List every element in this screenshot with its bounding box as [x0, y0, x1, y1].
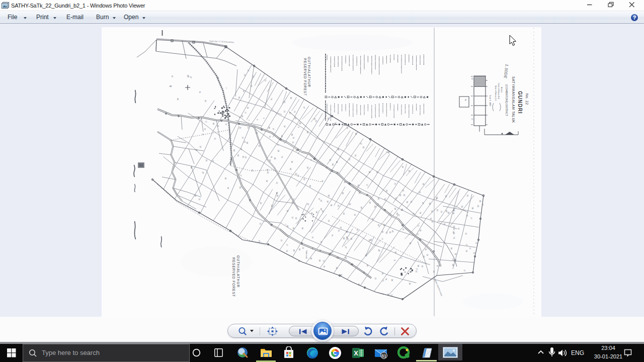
svg-text:34: 34	[319, 249, 321, 251]
svg-text:40: 40	[378, 249, 380, 251]
svg-text:14: 14	[354, 214, 356, 216]
svg-text:22: 22	[247, 69, 249, 71]
svg-text:64: 64	[320, 208, 322, 210]
svg-text:91: 91	[247, 127, 249, 129]
svg-text:32: 32	[436, 265, 438, 267]
svg-text:34: 34	[450, 247, 452, 249]
svg-text:14: 14	[243, 90, 245, 92]
svg-text:25: 25	[280, 239, 282, 241]
svg-text:32: 32	[283, 101, 285, 103]
svg-text:16: 16	[286, 250, 288, 252]
svg-text:76: 76	[270, 98, 272, 100]
svg-text:44: 44	[268, 127, 270, 129]
svg-text:90: 90	[190, 166, 192, 168]
svg-text:35: 35	[389, 231, 391, 233]
svg-text:60: 60	[233, 149, 235, 151]
svg-text:43: 43	[294, 117, 296, 119]
svg-text:23: 23	[452, 258, 454, 260]
svg-text:58: 58	[194, 195, 196, 197]
svg-text:73: 73	[292, 198, 294, 200]
svg-text:13: 13	[386, 151, 388, 153]
svg-text:32: 32	[430, 218, 432, 220]
svg-text:53: 53	[307, 203, 309, 205]
svg-text:74: 74	[402, 228, 404, 230]
svg-text:49: 49	[391, 230, 393, 232]
svg-text:?: ?	[633, 15, 636, 21]
svg-text:51: 51	[259, 223, 261, 225]
svg-text:71: 71	[382, 280, 384, 282]
svg-text:81: 81	[381, 353, 386, 358]
svg-text:71: 71	[417, 225, 419, 227]
svg-text:65: 65	[453, 226, 455, 228]
svg-text:43: 43	[403, 194, 405, 196]
svg-text:86: 86	[417, 265, 419, 267]
svg-text:RESERVED FOREST: RESERVED FOREST	[303, 58, 307, 96]
svg-text:36: 36	[452, 212, 454, 214]
svg-text:71: 71	[481, 204, 484, 206]
svg-text:26: 26	[466, 195, 468, 197]
svg-text:50: 50	[328, 195, 330, 197]
svg-text:39: 39	[321, 210, 324, 212]
svg-text:9: 9	[256, 119, 258, 120]
svg-text:80: 80	[471, 78, 473, 80]
svg-text:9: 9	[310, 159, 312, 160]
svg-text:23: 23	[244, 141, 246, 143]
svg-text:60: 60	[429, 203, 431, 205]
svg-text:89: 89	[445, 210, 447, 212]
svg-text:97: 97	[269, 159, 271, 161]
svg-text:42: 42	[402, 190, 404, 192]
svg-text:78: 78	[270, 156, 272, 158]
svg-text:78: 78	[385, 278, 387, 280]
svg-text:39: 39	[250, 85, 252, 87]
svg-text:82: 82	[313, 118, 315, 120]
svg-text:82: 82	[377, 224, 379, 226]
svg-text:44: 44	[387, 294, 389, 296]
svg-text:20: 20	[383, 224, 385, 226]
svg-text:63: 63	[365, 254, 367, 256]
svg-text:96: 96	[238, 97, 240, 99]
svg-text:76: 76	[435, 198, 437, 200]
svg-text:56: 56	[329, 159, 331, 161]
svg-text:18: 18	[256, 132, 258, 134]
svg-text:3: 3	[263, 118, 265, 119]
svg-text:73: 73	[331, 251, 333, 253]
svg-text:10: 10	[306, 166, 308, 168]
svg-text:30: 30	[454, 259, 456, 261]
svg-text:40: 40	[293, 249, 295, 251]
svg-text:7: 7	[248, 120, 250, 121]
svg-text:91: 91	[338, 230, 340, 232]
svg-text:X: X	[354, 349, 358, 357]
svg-text:83: 83	[362, 146, 364, 148]
svg-text:18: 18	[371, 218, 373, 220]
svg-text:80: 80	[343, 237, 345, 239]
svg-text:65: 65	[251, 169, 253, 171]
svg-text:64: 64	[363, 272, 365, 274]
svg-text:10: 10	[286, 210, 288, 212]
svg-text:58: 58	[342, 192, 344, 194]
svg-text:92: 92	[431, 221, 433, 223]
svg-text:89: 89	[224, 177, 226, 179]
svg-text:22: 22	[463, 269, 465, 272]
svg-text:17: 17	[416, 268, 418, 270]
svg-text:4: 4	[346, 253, 348, 254]
svg-text:70: 70	[283, 125, 285, 127]
svg-text:78: 78	[321, 180, 323, 182]
svg-text:48: 48	[177, 98, 179, 100]
svg-text:70: 70	[419, 212, 421, 214]
svg-text:67: 67	[190, 76, 192, 78]
svg-text:65: 65	[357, 185, 359, 187]
svg-text:35: 35	[381, 273, 383, 275]
svg-text:59: 59	[205, 159, 207, 161]
svg-text:48: 48	[246, 142, 248, 144]
svg-text:42: 42	[171, 75, 173, 77]
svg-text:35: 35	[408, 170, 410, 172]
svg-text:28: 28	[465, 250, 467, 252]
svg-text:94: 94	[346, 236, 348, 238]
svg-text:55: 55	[291, 201, 293, 203]
svg-text:47: 47	[453, 209, 455, 211]
svg-text:52: 52	[453, 228, 455, 230]
svg-text:62: 62	[421, 265, 423, 267]
svg-text:48: 48	[479, 200, 481, 202]
svg-text:83: 83	[286, 225, 288, 227]
svg-text:64: 64	[309, 185, 311, 187]
